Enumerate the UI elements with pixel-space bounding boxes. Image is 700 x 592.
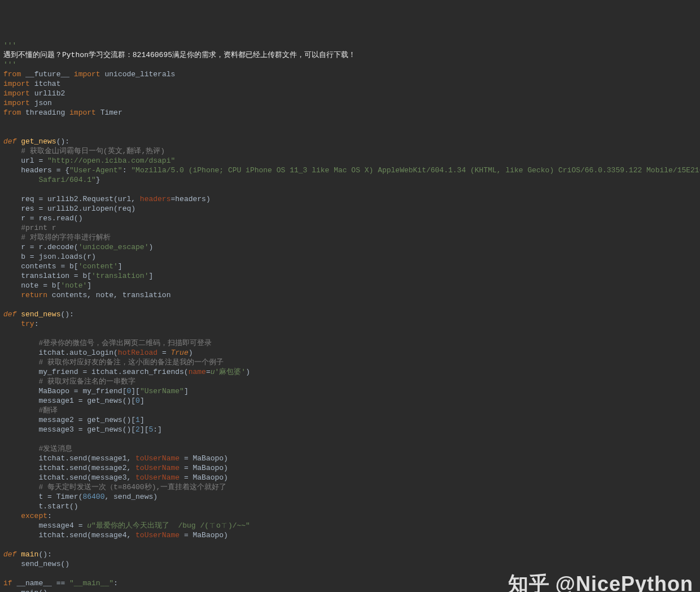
token: "User-Agent" [69, 166, 123, 175]
token: (): [56, 137, 69, 146]
token: translation = b[ [21, 272, 91, 280]
token: u [211, 368, 215, 376]
token: ''' [3, 60, 16, 69]
token: , send_news) [104, 493, 158, 501]
code-line: #发送消息 [3, 444, 697, 454]
token: } [96, 176, 100, 184]
code-line: r = r.decode('unicode_escape') [3, 242, 697, 252]
code-line: # 每天定时发送一次（t=86400秒),一直挂着这个就好了 [3, 482, 697, 492]
code-line: #翻译 [3, 406, 697, 415]
code-line: contents = b['content'] [3, 262, 697, 271]
code-line: res = urllib2.urlopen(req) [3, 204, 697, 214]
token: 'unicode_escape' [78, 243, 149, 251]
code-line: itchat.send(message3, toUserName = MaBao… [3, 473, 697, 482]
token: def [3, 310, 16, 319]
token: 'note' [60, 281, 87, 290]
code-line: my_friend = itchat.search_friends(name=u… [3, 367, 697, 377]
token: __future__ [25, 70, 69, 79]
token: ] [118, 262, 123, 271]
token: itchat.send(message4, [38, 531, 135, 539]
token: toUserName [135, 473, 180, 482]
code-line: t = Timer(86400, send_news) [3, 492, 697, 502]
token: "最爱你的人今天出现了 /bug /(ㄒoㄒ)/~~" [91, 521, 250, 530]
token: # 获取对应备注名的一串数字 [38, 377, 135, 386]
token: itchat [34, 80, 61, 88]
token: : [123, 166, 132, 175]
token: = [180, 531, 193, 539]
token: itchat.send(message1, [38, 454, 135, 463]
token: == [56, 579, 65, 587]
token: toUserName [135, 454, 180, 463]
code-line: url = "http://open.iciba.com/dsapi" [3, 156, 697, 166]
code-line: message3 = get_news()[2][5:] [3, 425, 697, 434]
code-line: note = b['note'] [3, 281, 697, 290]
token: MaBaopo) [193, 454, 228, 463]
token: urllib2 [34, 89, 65, 98]
token: import [3, 80, 30, 88]
code-line: message1 = get_news()[0] [3, 396, 697, 406]
code-line: message4 = u"最爱你的人今天出现了 /bug /(ㄒoㄒ)/~~" [3, 521, 697, 530]
code-line: import json [3, 98, 697, 108]
token: contents = b[ [21, 262, 78, 271]
code-line: itchat.auto_login(hotReload = True) [3, 348, 697, 358]
token: # 对取得的字符串进行解析 [21, 233, 111, 242]
code-line [3, 540, 697, 550]
code-line: ''' [3, 60, 697, 69]
token: def [3, 550, 16, 559]
token: r = res.read() [21, 214, 82, 223]
token: t.start() [38, 502, 78, 511]
token: ] [184, 387, 189, 395]
token: MaBaopo = my_friend[ [38, 387, 126, 395]
token: ] [140, 416, 145, 424]
code-line: except: [3, 511, 697, 521]
token: = [158, 349, 170, 357]
token: try [21, 320, 34, 328]
token: import [74, 70, 100, 79]
code-line: # 对取得的字符串进行解析 [3, 233, 697, 242]
token: my_friend = itchat.search_friends( [38, 368, 188, 376]
token: toUserName [135, 464, 180, 472]
token: = [206, 368, 211, 376]
token: 86400 [82, 493, 104, 501]
token: ] [148, 272, 153, 280]
token: 'translation' [91, 272, 148, 280]
token: : [113, 579, 118, 587]
token: #翻译 [38, 406, 58, 415]
token: u [87, 521, 91, 530]
author-handle: @NicePython [555, 579, 693, 589]
token: 1 [135, 416, 140, 424]
code-line: req = urllib2.Request(url, headers=heade… [3, 194, 697, 204]
code-block: '''遇到不懂的问题？Python学习交流群：821460695满足你的需求，资… [3, 41, 697, 592]
code-line: def send_news(): [3, 310, 697, 319]
code-line [3, 434, 697, 444]
token: : [34, 320, 39, 328]
token: from [3, 70, 21, 79]
token: # 每天定时发送一次（t=86400秒),一直挂着这个就好了 [38, 483, 226, 491]
token: (): [60, 310, 73, 319]
token: ) [189, 349, 193, 357]
token: __name__ [12, 579, 56, 587]
token: itchat.send(message2, [38, 464, 135, 472]
token: hotReload [118, 349, 158, 357]
token: ] [140, 397, 145, 405]
token: except [21, 512, 47, 520]
code-line: #print r [3, 223, 697, 233]
token: itchat.send(message3, [38, 473, 135, 482]
token: # 获取你对应好友的备注，这小面的备注是我的一个例子 [38, 358, 224, 367]
zhihu-logo-text: 知乎 [508, 579, 550, 589]
code-line: # 获取金山词霸每日一句(英文,翻译,热评) [3, 146, 697, 156]
token: : [47, 512, 52, 520]
token: import [3, 89, 30, 98]
code-line [3, 329, 697, 338]
token: '麻包婆' [215, 368, 246, 376]
token: MaBaopo) [193, 531, 228, 539]
code-line: translation = b['translation'] [3, 271, 697, 281]
token: MaBaopo) [193, 464, 228, 472]
token: ''' [3, 41, 16, 50]
token: main [21, 550, 38, 559]
token: get_news [21, 137, 56, 146]
token: "http://open.iciba.com/dsapi" [47, 156, 175, 165]
token: ) [148, 243, 153, 251]
token: ] [87, 281, 91, 290]
token: 'content' [78, 262, 118, 271]
